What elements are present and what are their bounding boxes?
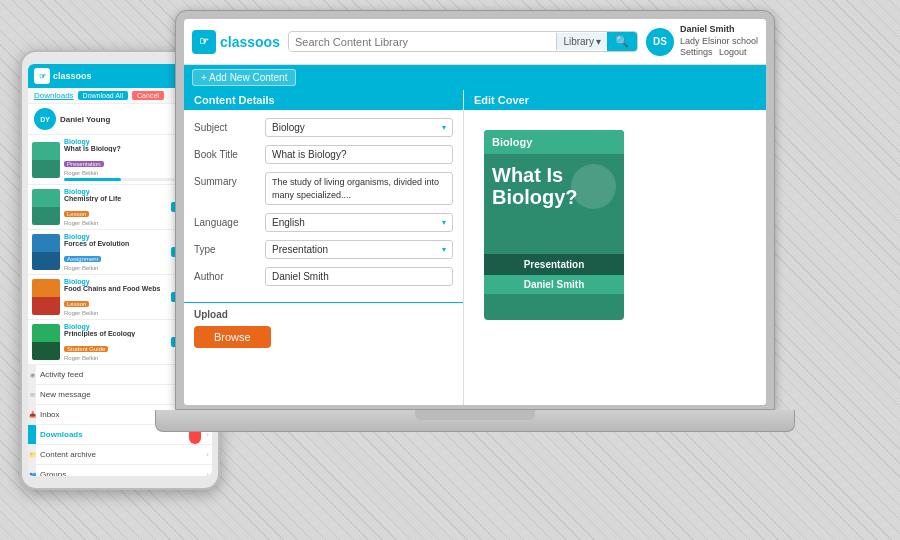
- cover-decoration-circle: [571, 164, 616, 209]
- content-details-form: Subject Biology ▾ Book Title What is Bio…: [184, 110, 463, 302]
- language-label: Language: [194, 213, 259, 228]
- user-school: Lady Elsinor school: [680, 36, 758, 48]
- archive-icon: 📁: [28, 445, 36, 464]
- user-area: DS Daniel Smith Lady Elsinor school Sett…: [646, 24, 758, 59]
- browse-button[interactable]: Browse: [194, 326, 271, 348]
- book-thumbnail-3: [32, 234, 60, 270]
- downloads-link[interactable]: Downloads: [34, 91, 74, 100]
- subject-row: Subject Biology ▾: [194, 118, 453, 137]
- book-cover-preview: Biology What IsBiology? Presentation Dan…: [484, 130, 624, 320]
- book-author-2: Roger Belkin: [64, 220, 167, 226]
- author-input[interactable]: Daniel Smith: [265, 267, 453, 286]
- cancel-button[interactable]: Cancel: [132, 91, 164, 100]
- classoos-tablet-logo-text: classoos: [53, 71, 92, 81]
- language-chevron-icon: ▾: [442, 218, 446, 227]
- summary-textarea[interactable]: The study of living organisms, divided i…: [265, 172, 453, 205]
- cover-subject-text: Biology: [492, 136, 532, 148]
- search-go-button[interactable]: 🔍: [607, 32, 637, 51]
- user-avatar: DS: [646, 28, 674, 56]
- laptop-base-notch: [415, 410, 535, 420]
- user-name: Daniel Smith: [680, 24, 758, 36]
- subject-select[interactable]: Biology ▾: [265, 118, 453, 137]
- user-info: Daniel Smith Lady Elsinor school Setting…: [680, 24, 758, 59]
- type-chevron-icon: ▾: [442, 245, 446, 254]
- message-icon: ✉: [28, 385, 36, 404]
- laptop-screen: ☞ classoos Library ▾ 🔍 DS Daniel Smith L…: [184, 19, 766, 405]
- subject-label: Subject: [194, 118, 259, 133]
- book-title-4: Food Chains and Food Webs: [64, 285, 167, 292]
- groups-icon: 👥: [28, 465, 36, 476]
- book-author-3: Roger Belkin: [64, 265, 167, 271]
- author-label: Author: [194, 267, 259, 282]
- book-title-3: Forces of Evolution: [64, 240, 167, 247]
- activity-icon: ◉: [28, 365, 36, 384]
- book-type-tag-2: Lesson: [64, 211, 89, 217]
- search-library-dropdown[interactable]: Library ▾: [556, 33, 607, 50]
- book-title-label: Book Title: [194, 145, 259, 160]
- subject-chevron-icon: ▾: [442, 123, 446, 132]
- book-progress-bar-1: [64, 178, 191, 181]
- book-subject-4: Biology: [64, 278, 167, 285]
- tablet-username: Daniel Young: [60, 115, 110, 124]
- logout-link[interactable]: Logout: [719, 47, 747, 57]
- language-select[interactable]: English ▾: [265, 213, 453, 232]
- book-info-2: Biology Chemistry of Life Lesson Roger B…: [64, 188, 167, 226]
- settings-link[interactable]: Settings: [680, 47, 713, 57]
- content-details-panel: Content Details Subject Biology ▾: [184, 90, 464, 405]
- classoos-logo-text: classoos: [220, 34, 280, 50]
- cover-type-text: Presentation: [524, 259, 585, 270]
- laptop-device: ☞ classoos Library ▾ 🔍 DS Daniel Smith L…: [175, 10, 795, 470]
- content-details-header: Content Details: [184, 90, 463, 110]
- book-author-1: Roger Belkin: [64, 170, 191, 176]
- upload-header: Upload: [194, 309, 453, 320]
- book-thumbnail-5: [32, 324, 60, 360]
- type-value: Presentation: [272, 244, 328, 255]
- summary-label: Summary: [194, 172, 259, 187]
- book-thumbnail-1: [32, 142, 60, 178]
- summary-row: Summary The study of living organisms, d…: [194, 172, 453, 205]
- book-thumbnail-2: [32, 189, 60, 225]
- cover-main-area: What IsBiology?: [484, 154, 624, 254]
- laptop-main-content: Content Details Subject Biology ▾: [184, 90, 766, 405]
- book-info-4: Biology Food Chains and Food Webs Lesson…: [64, 278, 167, 316]
- type-select[interactable]: Presentation ▾: [265, 240, 453, 259]
- book-info-1: Biology What is Biology? Presentation Ro…: [64, 138, 191, 181]
- language-value: English: [272, 217, 305, 228]
- subject-value: Biology: [272, 122, 305, 133]
- cover-subject-bar: Biology: [484, 130, 624, 154]
- search-input[interactable]: [289, 33, 556, 51]
- tablet-logo: ☞ classoos: [34, 68, 92, 84]
- laptop-topbar: ☞ classoos Library ▾ 🔍 DS Daniel Smith L…: [184, 19, 766, 65]
- edit-cover-panel: Edit Cover Biology What IsBiology?: [464, 90, 766, 405]
- cover-preview-area: Biology What IsBiology? Presentation Dan…: [464, 110, 766, 340]
- add-new-content-button[interactable]: + Add New Content: [192, 69, 296, 86]
- dropdown-chevron-icon: ▾: [596, 36, 601, 47]
- laptop-screen-border: ☞ classoos Library ▾ 🔍 DS Daniel Smith L…: [175, 10, 775, 410]
- book-type-tag-4: Lesson: [64, 301, 89, 307]
- cover-author-text: Daniel Smith: [524, 279, 585, 290]
- tablet-avatar: DY: [34, 108, 56, 130]
- classoos-logo-icon: ☞: [192, 30, 216, 54]
- book-author-4: Roger Belkin: [64, 310, 167, 316]
- edit-cover-header: Edit Cover: [464, 90, 766, 110]
- cover-type-bar: Presentation: [484, 254, 624, 275]
- laptop-subtopbar: + Add New Content: [184, 65, 766, 90]
- book-title-input[interactable]: What is Biology?: [265, 145, 453, 164]
- classoos-tablet-icon: ☞: [34, 68, 50, 84]
- user-actions: Settings Logout: [680, 47, 758, 59]
- language-row: Language English ▾: [194, 213, 453, 232]
- search-bar[interactable]: Library ▾ 🔍: [288, 31, 638, 52]
- inbox-icon: 📥: [28, 405, 36, 424]
- book-info-3: Biology Forces of Evolution Assignment R…: [64, 233, 167, 271]
- author-row: Author Daniel Smith: [194, 267, 453, 286]
- download-all-button[interactable]: Download All: [78, 91, 128, 100]
- book-title-row: Book Title What is Biology?: [194, 145, 453, 164]
- library-label: Library: [563, 36, 594, 47]
- book-subject-5: Biology: [64, 323, 167, 330]
- book-subject-2: Biology: [64, 188, 167, 195]
- cover-author-bar: Daniel Smith: [484, 275, 624, 294]
- upload-section: Upload Browse: [184, 302, 463, 354]
- laptop-base: [155, 410, 795, 432]
- book-info-5: Biology Principles of Ecology Student Gu…: [64, 323, 167, 361]
- classoos-logo: ☞ classoos: [192, 30, 280, 54]
